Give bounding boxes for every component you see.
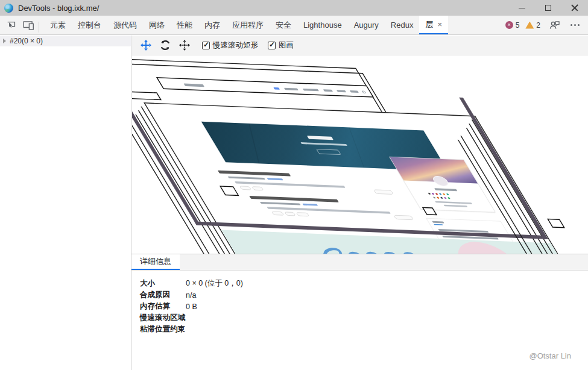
warning-count: 2 <box>536 21 540 30</box>
tab-memory[interactable]: 内存 <box>198 16 226 34</box>
layers-3d-view[interactable] <box>132 55 588 254</box>
feedback-button[interactable] <box>546 17 562 33</box>
checkbox-checked-icon <box>202 42 210 49</box>
window-titlebar: DevTools - blog.ixk.me/ <box>0 0 588 16</box>
devtools-window: DevTools - blog.ixk.me/ 元素 <box>0 0 588 370</box>
more-options-button[interactable] <box>568 24 582 26</box>
detail-row-sticky-constraint: 粘滞位置约束 <box>140 324 588 335</box>
layer-list-item-label: #20(0 × 0) <box>10 37 43 45</box>
close-icon <box>571 4 578 11</box>
feedback-person-icon <box>549 20 560 30</box>
nav-search-placeholder <box>361 90 366 93</box>
rotate-icon <box>160 40 171 51</box>
error-count: 5 <box>516 21 520 30</box>
pan-icon <box>141 40 151 51</box>
error-icon: × <box>505 21 513 29</box>
checkbox-checked-icon <box>268 42 276 49</box>
site-logo-placeholder <box>183 83 204 87</box>
detail-row-compositing-reason: 合成原因 n/a <box>140 289 588 301</box>
detail-row-memory-estimate: 内存估算 0 B <box>140 301 588 312</box>
slow-scroll-rects-checkbox[interactable]: 慢速滚动矩形 <box>202 40 258 51</box>
tab-close-icon[interactable]: × <box>433 20 446 29</box>
pan-mode-button[interactable] <box>138 37 154 53</box>
tab-redux[interactable]: Redux <box>385 16 420 34</box>
tab-layers[interactable]: 层 × <box>419 16 448 34</box>
device-toolbar-button[interactable] <box>21 17 36 33</box>
small-layer[interactable] <box>547 219 565 228</box>
details-tab-strip: 详细信息 <box>131 254 588 271</box>
warning-badge[interactable]: 2 <box>525 21 540 30</box>
tab-sources[interactable]: 源代码 <box>107 16 143 34</box>
devtools-tabbar: 元素 控制台 源代码 网络 性能 内存 应用程序 安全 Lighthouse A… <box>0 16 588 35</box>
tab-network[interactable]: 网络 <box>143 16 171 34</box>
nav-item-placeholder <box>273 87 280 90</box>
nav-item-placeholder <box>323 89 333 92</box>
nav-item-placeholder <box>284 88 299 90</box>
maximize-icon <box>545 5 551 11</box>
disclosure-triangle-icon[interactable] <box>3 39 6 43</box>
detail-row-slow-scroll-region: 慢速滚动区域 <box>140 312 588 324</box>
close-button[interactable] <box>561 0 588 16</box>
minimize-button[interactable] <box>508 0 535 16</box>
edge-logo-icon <box>4 4 13 13</box>
layers-toolbar: 慢速滚动矩形 图画 <box>132 36 588 55</box>
tab-details[interactable]: 详细信息 <box>131 254 180 270</box>
details-tab-label: 详细信息 <box>140 256 171 267</box>
tab-elements[interactable]: 元素 <box>44 16 72 34</box>
reset-view-button[interactable] <box>177 37 192 53</box>
tab-security[interactable]: 安全 <box>270 16 297 34</box>
paints-checkbox[interactable]: 图画 <box>268 40 294 51</box>
watermark: @Otstar Lin <box>529 351 571 360</box>
paints-label: 图画 <box>279 40 294 51</box>
nav-item-placeholder <box>303 89 319 92</box>
tab-console[interactable]: 控制台 <box>72 16 107 34</box>
tab-application[interactable]: 应用程序 <box>226 16 270 34</box>
layer-list-item[interactable]: #20(0 × 0) <box>0 36 131 46</box>
minimize-icon <box>519 8 525 8</box>
nav-item-placeholder <box>337 90 346 92</box>
tab-performance[interactable]: 性能 <box>171 16 198 34</box>
tab-layers-label: 层 <box>425 19 433 30</box>
window-title: DevTools - blog.ixk.me/ <box>18 4 99 13</box>
details-panel: 详细信息 大小 0 × 0 (位于 0，0) 合成原因 n/a 内存估算 0 B… <box>131 254 588 370</box>
slow-scroll-rects-label: 慢速滚动矩形 <box>213 40 258 51</box>
tab-augury[interactable]: Augury <box>348 16 385 34</box>
device-toolbar-icon <box>23 20 34 30</box>
nav-item-placeholder <box>350 90 359 93</box>
maximize-button[interactable] <box>535 0 561 16</box>
toolbar-separator <box>39 22 39 33</box>
reset-transform-icon <box>179 40 190 51</box>
inspect-icon <box>6 20 17 31</box>
tab-lighthouse[interactable]: Lighthouse <box>297 16 348 34</box>
rotate-mode-button[interactable] <box>157 37 173 53</box>
warning-icon <box>525 22 534 29</box>
inspect-element-button[interactable] <box>4 17 19 33</box>
error-badge[interactable]: × 5 <box>505 21 520 30</box>
detail-row-size: 大小 0 × 0 (位于 0，0) <box>140 278 588 289</box>
layers-list-sidebar: #20(0 × 0) <box>0 36 131 370</box>
